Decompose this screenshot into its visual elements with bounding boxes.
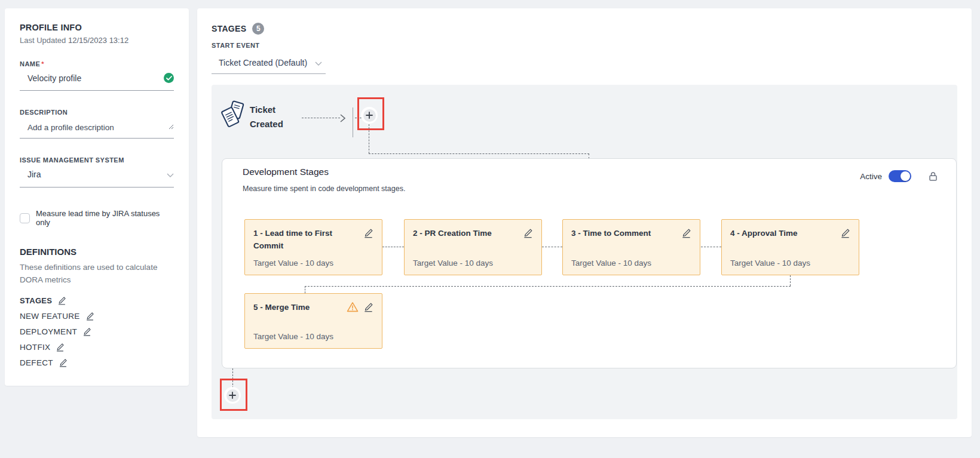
stage-card-5[interactable]: 5 - Merge Time Target Value - 10 days: [244, 293, 382, 349]
stage-target: Target Value - 10 days: [730, 259, 850, 268]
stages-header: STAGES 5: [212, 23, 957, 35]
definitions-subtitle: These definitions are used to calculate …: [20, 261, 169, 286]
active-toggle[interactable]: [889, 170, 911, 182]
ims-label: ISSUE MANAGEMENT SYSTEM: [20, 156, 174, 164]
edit-icon[interactable]: [57, 296, 66, 305]
definition-item-stages: STAGES: [20, 296, 174, 305]
stage-target: Target Value - 10 days: [571, 259, 691, 268]
edit-icon[interactable]: [59, 358, 68, 367]
edit-icon[interactable]: [82, 327, 91, 336]
resize-handle-icon[interactable]: [169, 121, 174, 132]
jira-statuses-checkbox-label: Measure lead time by JIRA statuses only: [36, 209, 174, 227]
ims-value[interactable]: Jira: [27, 170, 41, 179]
definition-item-hotfix: HOTFIX: [20, 343, 174, 352]
add-stage-button[interactable]: [224, 387, 241, 404]
connector-line: [305, 286, 305, 293]
add-stage-button[interactable]: [361, 107, 378, 124]
edit-icon[interactable]: [681, 228, 691, 241]
connector-line: [542, 247, 562, 247]
stages-title: STAGES: [212, 24, 246, 33]
last-updated: Last Updated 12/15/2023 13:12: [20, 36, 174, 45]
profile-info-panel: PROFILE INFO Last Updated 12/15/2023 13:…: [5, 8, 189, 386]
stage-target: Target Value - 10 days: [253, 332, 373, 341]
stage-name: 5 - Merge Time: [253, 301, 342, 313]
ims-select[interactable]: Jira: [20, 169, 174, 187]
warning-icon: [347, 302, 359, 315]
connector-line: [701, 247, 721, 247]
group-subtitle: Measure time spent in code development s…: [243, 185, 405, 193]
stage-card-3[interactable]: 3 - Time to Comment Target Value - 10 da…: [562, 219, 700, 275]
stage-target: Target Value - 10 days: [253, 259, 373, 268]
edit-icon[interactable]: [56, 343, 65, 352]
definitions-list: STAGES NEW FEATURE DEPLOYMENT HOTFIX DEF…: [20, 296, 174, 367]
edit-icon[interactable]: [85, 312, 94, 321]
active-label: Active: [860, 172, 882, 181]
insert-marker-line: [353, 107, 353, 137]
chevron-down-icon[interactable]: [167, 169, 174, 180]
lock-icon[interactable]: [928, 171, 938, 182]
stages-count-badge: 5: [252, 23, 264, 35]
definitions-title: DEFINITIONS: [20, 247, 174, 257]
group-title: Development Stages: [243, 167, 329, 177]
description-field[interactable]: Add a profile description: [20, 121, 174, 139]
stage-name: 3 - Time to Comment: [571, 227, 676, 239]
chevron-down-icon[interactable]: [315, 58, 322, 67]
ticket-icon: [219, 99, 246, 133]
workflow-canvas: Ticket Created Development Stages Measur…: [212, 85, 957, 419]
description-label: DESCRIPTION: [20, 109, 174, 116]
stage-card-2[interactable]: 2 - PR Creation Time Target Value - 10 d…: [404, 219, 542, 275]
connector-line: [305, 286, 791, 287]
definition-item-defect: DEFECT: [20, 358, 174, 367]
valid-check-icon: [164, 73, 174, 83]
edit-icon[interactable]: [523, 228, 533, 241]
stages-panel: STAGES 5 START EVENT Ticket Created (Def…: [197, 8, 972, 437]
connector-line: [382, 247, 404, 247]
plus-icon: [226, 389, 239, 402]
stage-name: 2 - PR Creation Time: [413, 227, 518, 239]
start-event-value[interactable]: Ticket Created (Default): [219, 58, 307, 67]
stage-target: Target Value - 10 days: [413, 259, 533, 268]
last-updated-label: Last Updated: [20, 36, 66, 45]
profile-info-title: PROFILE INFO: [20, 23, 174, 32]
start-event-label: START EVENT: [212, 42, 957, 49]
connector-line: [790, 275, 791, 286]
connector-line: [302, 118, 340, 118]
description-placeholder[interactable]: Add a profile description: [27, 123, 114, 132]
last-updated-value: 12/15/2023 13:12: [68, 36, 128, 45]
definition-item-deployment: DEPLOYMENT: [20, 327, 174, 336]
plus-icon: [363, 109, 376, 122]
start-event-select[interactable]: Ticket Created (Default): [212, 54, 326, 74]
name-value[interactable]: Velocity profile: [27, 73, 81, 83]
stage-name: 1 - Lead time to First Commit: [253, 227, 359, 252]
connector-line: [369, 124, 369, 153]
start-node-label: Ticket Created: [250, 103, 283, 131]
jira-statuses-checkbox[interactable]: [20, 213, 30, 223]
arrow-right-icon: [340, 114, 345, 125]
stage-card-1[interactable]: 1 - Lead time to First Commit Target Val…: [244, 219, 382, 275]
required-asterisk: *: [41, 60, 44, 67]
edit-icon[interactable]: [840, 228, 850, 241]
edit-icon[interactable]: [363, 302, 373, 315]
definition-item-new-feature: NEW FEATURE: [20, 312, 174, 321]
connector-line: [369, 153, 589, 154]
name-field[interactable]: Velocity profile: [20, 73, 174, 91]
stage-name: 4 - Approval Time: [730, 227, 835, 239]
jira-statuses-checkbox-row: Measure lead time by JIRA statuses only: [20, 209, 174, 227]
stage-card-4[interactable]: 4 - Approval Time Target Value - 10 days: [721, 219, 859, 275]
group-controls: Active: [860, 170, 938, 182]
development-stages-card: Development Stages Measure time spent in…: [222, 158, 957, 368]
edit-icon[interactable]: [363, 228, 373, 241]
name-label: NAME*: [20, 60, 174, 67]
